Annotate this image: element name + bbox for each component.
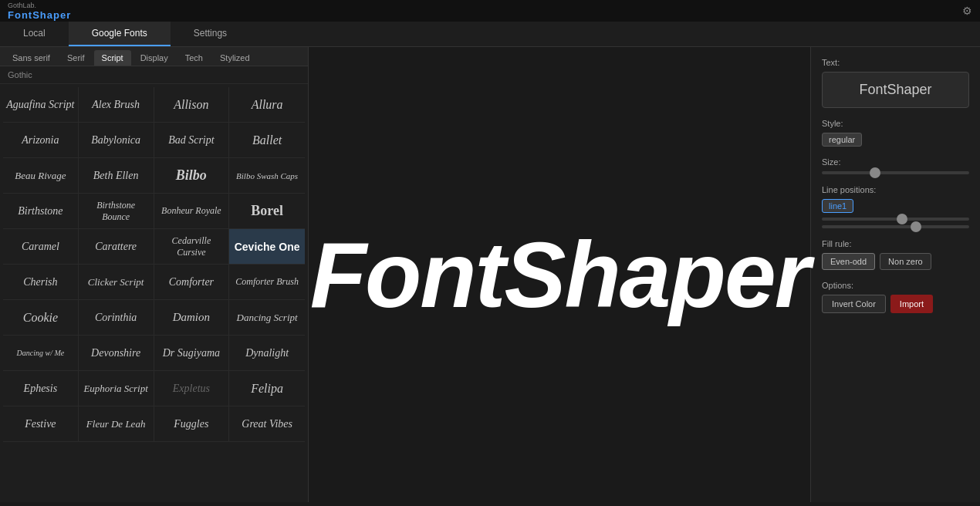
font-cell-ephesis[interactable]: Ephesis	[3, 371, 79, 406]
nav-tabs: Local Google Fonts Settings	[0, 22, 980, 47]
font-row: Festive Fleur De Leah Fuggles Great Vibe…	[3, 406, 305, 442]
font-row: Aguafina Script Alex Brush Allison Allur…	[3, 87, 305, 123]
size-slider-wrap	[822, 171, 969, 174]
brand-name: FontShaper	[8, 9, 71, 21]
cat-script[interactable]: Script	[94, 50, 131, 66]
fill-even-odd-button[interactable]: Even-odd	[822, 253, 875, 270]
font-cell-ballet[interactable]: Ballet	[229, 123, 305, 157]
font-cell-aguafina[interactable]: Aguafina Script	[3, 87, 79, 122]
font-cell-dancingscript[interactable]: Dancing Script	[229, 300, 305, 335]
line-slider-1[interactable]	[822, 218, 969, 221]
font-cell-damion[interactable]: Damion	[154, 300, 230, 335]
font-cell-birthstonebounce[interactable]: Birthstone Bounce	[79, 194, 154, 228]
category-tabs: Sans serif Serif Script Display Tech Sty…	[0, 47, 308, 66]
text-label: Text:	[822, 58, 969, 67]
font-cell-bilbo[interactable]: Bilbo	[154, 158, 230, 193]
size-label: Size:	[822, 157, 969, 167]
text-section: Text:	[822, 58, 969, 108]
font-cell-clickerscript[interactable]: Clicker Script	[79, 265, 154, 299]
size-slider[interactable]	[822, 171, 969, 174]
font-cell-euphoria[interactable]: Euphoria Script	[79, 371, 154, 406]
font-row: Dancing w/ Me Devonshire Dr Sugiyama Dyn…	[3, 336, 305, 371]
font-group-label: Gothic	[0, 66, 308, 84]
font-cell-caramel[interactable]: Caramel	[3, 229, 79, 264]
topbar: GothLab. FontShaper ⚙	[0, 0, 980, 22]
cat-stylized[interactable]: Stylized	[212, 50, 258, 66]
font-row: Cherish Clicker Script Comforter Comfort…	[3, 265, 305, 300]
font-cell-cedarville[interactable]: Cedarville Cursive	[154, 229, 230, 264]
cat-display[interactable]: Display	[133, 50, 176, 66]
font-cell-corinthia[interactable]: Corinthia	[79, 300, 154, 335]
fill-rule-section: Fill rule: Even-odd Non zero	[822, 239, 969, 270]
invert-color-button[interactable]: Invert Color	[822, 295, 886, 313]
font-cell-bethellen[interactable]: Beth Ellen	[79, 158, 154, 193]
options-buttons: Invert Color Import	[822, 295, 969, 313]
cat-serif[interactable]: Serif	[59, 50, 93, 66]
line-positions-label: Line positions:	[822, 185, 969, 194]
font-cell-birthstone[interactable]: Birthstone	[3, 194, 79, 228]
cat-sans-serif[interactable]: Sans serif	[5, 50, 58, 66]
font-cell-dynalight[interactable]: Dynalight	[229, 336, 305, 370]
preview-area: FontShaper	[309, 47, 810, 502]
font-row: Caramel Carattere Cedarville Cursive Cev…	[3, 229, 305, 265]
fill-non-zero-button[interactable]: Non zero	[880, 253, 931, 270]
options-label: Options:	[822, 281, 969, 290]
font-row: Beau Rivage Beth Ellen Bilbo Bilbo Swash…	[3, 158, 305, 194]
text-input[interactable]	[822, 72, 969, 108]
font-cell-dancingwme[interactable]: Dancing w/ Me	[3, 336, 79, 370]
font-cell-arizonia[interactable]: Arizonia	[3, 123, 79, 157]
tab-settings[interactable]: Settings	[171, 22, 250, 46]
brand-lab: GothLab.	[8, 2, 71, 9]
font-cell-bilboswash[interactable]: Bilbo Swash Caps	[229, 158, 305, 193]
font-cell-babylonica[interactable]: Babylonica	[79, 123, 154, 157]
font-cell-fuggles[interactable]: Fuggles	[154, 406, 230, 441]
font-cell-allura[interactable]: Allura	[229, 87, 305, 122]
font-cell-drsugiyama[interactable]: Dr Sugiyama	[154, 336, 230, 370]
font-cell-alexbrush[interactable]: Alex Brush	[79, 87, 154, 122]
fill-rule-label: Fill rule:	[822, 239, 969, 248]
right-panel: Text: Style: regular Size: Line position…	[810, 47, 980, 502]
settings-gear-icon[interactable]: ⚙	[962, 5, 972, 17]
font-row: Ephesis Euphoria Script Expletus Felipa	[3, 371, 305, 406]
font-cell-cookie[interactable]: Cookie	[3, 300, 79, 335]
font-cell-borel[interactable]: Borel	[229, 194, 305, 228]
tab-google-fonts[interactable]: Google Fonts	[69, 22, 171, 46]
main-area: Sans serif Serif Script Display Tech Sty…	[0, 47, 980, 502]
font-list[interactable]: Aguafina Script Alex Brush Allison Allur…	[0, 84, 308, 502]
options-section: Options: Invert Color Import	[822, 281, 969, 313]
font-cell-cherish[interactable]: Cherish	[3, 265, 79, 299]
font-cell-devonshire[interactable]: Devonshire	[79, 336, 154, 370]
font-cell-badscript[interactable]: Bad Script	[154, 123, 230, 157]
font-cell-comforterbrush[interactable]: Comforter Brush	[229, 265, 305, 299]
fill-rule-buttons: Even-odd Non zero	[822, 253, 969, 270]
style-label: Style:	[822, 119, 969, 128]
font-row: Cookie Corinthia Damion Dancing Script	[3, 300, 305, 336]
style-section: Style: regular	[822, 119, 969, 147]
font-row: Birthstone Birthstone Bounce Bonheur Roy…	[3, 194, 305, 229]
font-cell-felipa[interactable]: Felipa	[229, 371, 305, 406]
line-positions-section: Line positions: line1	[822, 185, 969, 228]
tab-local[interactable]: Local	[0, 22, 69, 46]
font-cell-festive[interactable]: Festive	[3, 406, 79, 441]
line-badge: line1	[822, 199, 853, 213]
font-cell-allison[interactable]: Allison	[154, 87, 230, 122]
cat-tech[interactable]: Tech	[177, 50, 211, 66]
size-section: Size:	[822, 157, 969, 174]
font-cell-cevicheone[interactable]: Ceviche One	[229, 229, 305, 264]
left-panel: Sans serif Serif Script Display Tech Sty…	[0, 47, 309, 502]
font-cell-greatvibes[interactable]: Great Vibes	[229, 406, 305, 441]
font-cell-comforter[interactable]: Comforter	[154, 265, 230, 299]
font-cell-bonheur[interactable]: Bonheur Royale	[154, 194, 230, 228]
font-row: Arizonia Babylonica Bad Script Ballet	[3, 123, 305, 158]
line-slider2-wrap	[822, 225, 969, 228]
line-slider1-wrap	[822, 218, 969, 221]
style-badge: regular	[822, 133, 862, 147]
font-cell-carattere[interactable]: Carattere	[79, 229, 154, 264]
line-slider-2[interactable]	[822, 225, 969, 228]
brand-area: GothLab. FontShaper	[8, 2, 71, 21]
font-cell-fleurdelah[interactable]: Fleur De Leah	[79, 406, 154, 441]
import-button[interactable]: Import	[890, 295, 933, 313]
font-cell-expletus[interactable]: Expletus	[154, 371, 230, 406]
font-cell-beaurivage[interactable]: Beau Rivage	[3, 158, 79, 193]
preview-text: FontShaper	[310, 221, 809, 328]
